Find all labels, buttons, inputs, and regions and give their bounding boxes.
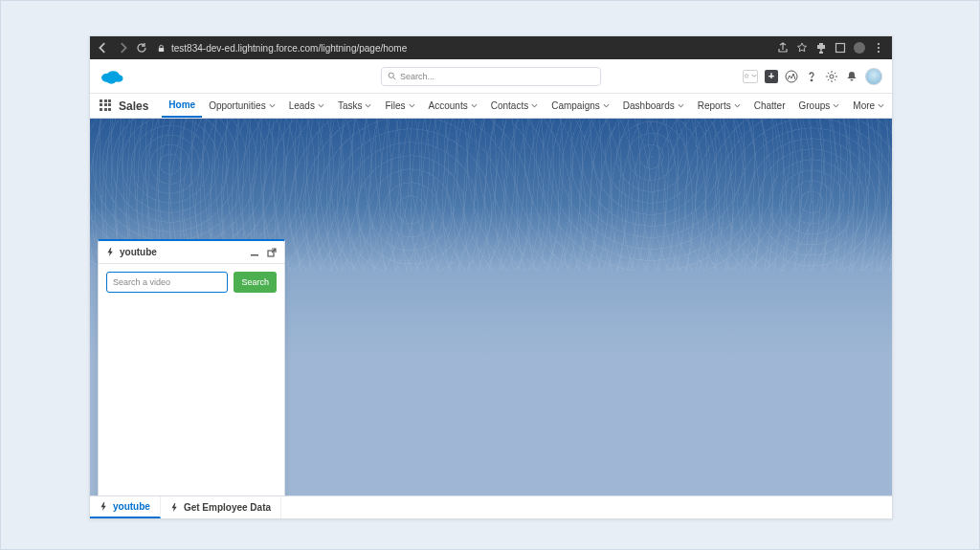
chevron-down-icon [833,102,839,109]
global-search-input[interactable]: Search... [381,67,601,86]
nav-item-leads[interactable]: Leads [282,94,331,118]
page-body: youtube Search youtubeGet Employee Data [90,119,892,518]
nav-item-label: More [853,100,875,111]
star-icon [744,72,749,80]
svg-rect-0 [159,48,164,52]
nav-item-contacts[interactable]: Contacts [484,94,545,118]
chevron-down-icon [471,102,478,109]
nav-item-label: Accounts [429,100,468,111]
browser-back-button[interactable] [98,42,109,54]
video-search-button[interactable]: Search [234,272,277,293]
browser-tabs-icon[interactable] [835,42,846,54]
browser-profile-avatar[interactable] [854,42,865,54]
chevron-down-icon [734,102,741,109]
nav-item-label: Tasks [338,100,363,111]
utility-panel-header: youtube [99,241,284,264]
popout-icon[interactable] [267,248,277,257]
chevron-down-icon [603,102,610,109]
app-name: Sales [119,99,148,113]
svg-point-9 [830,75,834,78]
nav-item-label: Dashboards [623,100,675,111]
nav-item-reports[interactable]: Reports [691,94,747,118]
global-header: Search... + [90,59,892,94]
svg-point-8 [811,79,812,80]
utility-item-youtube[interactable]: youtube [90,496,161,518]
nav-item-label: Files [385,100,405,111]
utility-panel-body: Search [99,264,284,300]
search-icon [388,72,396,80]
nav-item-label: Leads [289,100,315,111]
browser-extensions-icon[interactable] [815,42,827,54]
utility-panel-title: youtube [120,247,157,257]
trailhead-icon[interactable] [785,70,798,83]
nav-item-tasks[interactable]: Tasks [331,94,379,118]
nav-item-opportunities[interactable]: Opportunities [202,94,281,118]
bolt-icon [100,502,108,511]
chevron-down-icon [269,102,276,109]
nav-item-files[interactable]: Files [378,94,421,118]
chevron-down-icon [365,102,371,109]
global-actions-button[interactable]: + [765,70,778,83]
browser-window: test834-dev-ed.lightning.force.com/light… [89,35,893,519]
bolt-icon [106,248,115,256]
browser-forward-button[interactable] [117,42,128,54]
nav-item-chatter[interactable]: Chatter [747,94,792,118]
notifications-bell-icon[interactable] [845,70,858,83]
svg-point-7 [786,71,797,82]
chevron-down-icon [878,102,884,109]
utility-item-label: youtube [113,501,150,512]
svg-rect-1 [836,44,845,53]
app-launcher-icon[interactable] [100,99,111,113]
favorites-button[interactable] [743,70,758,83]
chevron-down-icon [318,102,324,109]
nav-items: HomeOpportunitiesLeadsTasksFilesAccounts… [162,94,891,118]
utility-panel: youtube Search [98,239,285,501]
browser-url-text: test834-dev-ed.lightning.force.com/light… [171,43,407,54]
nav-item-label: Groups [799,100,831,111]
nav-item-dashboards[interactable]: Dashboards [616,94,691,118]
chevron-down-icon [409,102,415,109]
setup-gear-icon[interactable] [825,70,838,83]
utility-item-label: Get Employee Data [184,502,271,513]
nav-item-more[interactable]: More [846,94,891,118]
nav-item-label: Chatter [754,100,786,111]
nav-item-label: Reports [698,100,731,111]
user-avatar[interactable] [865,68,882,85]
svg-point-5 [106,77,116,84]
nav-bar: Sales HomeOpportunitiesLeadsTasksFilesAc… [90,94,892,119]
lock-icon [157,44,166,53]
browser-address-bar[interactable]: test834-dev-ed.lightning.force.com/light… [157,43,407,54]
chevron-down-icon [531,102,538,109]
salesforce-logo [100,68,124,85]
chevron-down-icon [678,102,684,109]
nav-item-label: Campaigns [551,100,600,111]
help-icon[interactable] [805,70,818,83]
chevron-down-icon [751,72,757,80]
browser-reload-button[interactable] [136,42,147,54]
utility-item-get-employee-data[interactable]: Get Employee Data [161,496,281,518]
nav-item-home[interactable]: Home [162,94,202,118]
video-search-input[interactable] [106,272,228,293]
bolt-icon [170,503,179,512]
nav-item-accounts[interactable]: Accounts [422,94,484,118]
browser-share-icon[interactable] [777,42,789,54]
svg-rect-10 [251,254,258,256]
minimize-icon[interactable] [250,248,259,257]
nav-item-label: Contacts [491,100,528,111]
nav-item-label: Opportunities [209,100,265,111]
browser-star-icon[interactable] [796,42,808,54]
nav-item-campaigns[interactable]: Campaigns [545,94,616,118]
utility-bar: youtubeGet Employee Data [90,495,892,518]
search-placeholder-text: Search... [400,72,434,81]
nav-item-groups[interactable]: Groups [792,94,847,118]
svg-point-6 [389,73,393,77]
browser-chrome: test834-dev-ed.lightning.force.com/light… [90,36,892,59]
nav-item-label: Home [168,99,195,110]
browser-menu-icon[interactable] [873,43,884,53]
